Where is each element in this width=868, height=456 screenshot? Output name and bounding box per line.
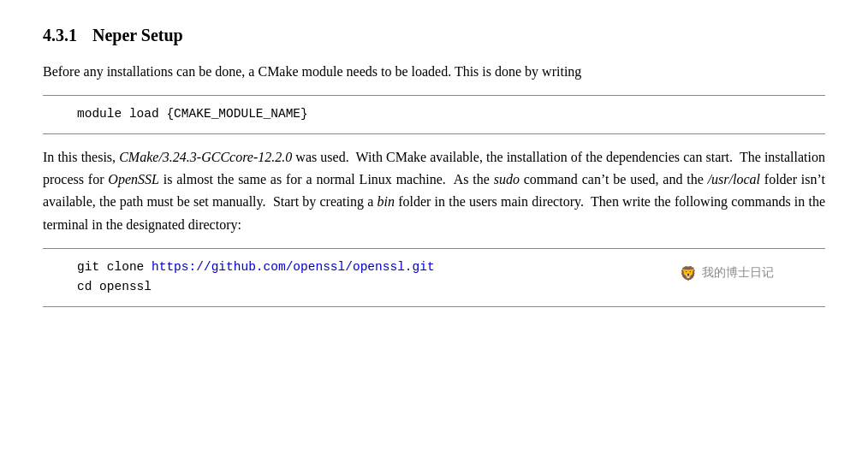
bin-word: bin <box>378 194 395 209</box>
openssl-name: OpenSSL <box>108 172 159 187</box>
body-paragraph: In this thesis, CMake/3.24.3-GCCcore-12.… <box>43 146 825 237</box>
watermark: 🦁 我的博士日记 <box>680 265 774 281</box>
module-code-block: module load {CMAKE_MODULE_NAME} <box>43 95 825 133</box>
module-code-line: module load {CMAKE_MODULE_NAME} <box>77 104 825 124</box>
intro-paragraph: Before any installations can be done, a … <box>43 61 825 83</box>
section-number: 4.3.1 <box>43 26 77 45</box>
sudo-cmd: sudo <box>494 172 520 187</box>
intro-text: Before any installations can be done, a … <box>43 64 581 79</box>
watermark-text: 我的博士日记 <box>702 265 774 281</box>
page-container: 4.3.1 Neper Setup Before any installatio… <box>43 26 825 307</box>
cmake-version: CMake/3.24.3-GCCcore-12.2.0 <box>119 150 292 164</box>
usr-local-path: /usr/local <box>708 172 760 187</box>
git-url: https://github.com/openssl/openssl.git <box>152 260 435 274</box>
section-title: 4.3.1 Neper Setup <box>43 26 825 45</box>
watermark-icon: 🦁 <box>680 265 697 281</box>
section-name: Neper Setup <box>92 26 183 45</box>
